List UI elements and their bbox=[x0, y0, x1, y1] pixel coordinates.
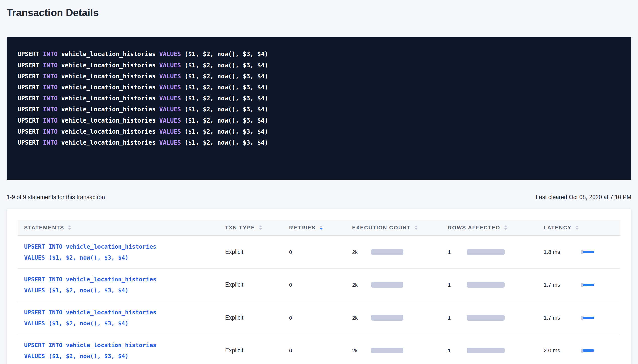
statement-line-1: UPSERT INTO vehicle_location_histories bbox=[24, 274, 156, 285]
sql-text: vehicle_location_histories bbox=[61, 73, 159, 80]
execution-count-cell: 2k bbox=[352, 249, 441, 255]
sql-text: UPSERT bbox=[18, 128, 43, 135]
sort-desc-icon[interactable] bbox=[259, 228, 262, 230]
sort-carets-icon[interactable] bbox=[320, 225, 323, 230]
sql-statement-line: UPSERT INTO vehicle_location_histories V… bbox=[18, 60, 620, 71]
sort-asc-icon[interactable] bbox=[504, 225, 507, 227]
sort-asc-icon[interactable] bbox=[259, 225, 262, 227]
sort-desc-icon[interactable] bbox=[68, 228, 71, 230]
sort-desc-icon[interactable] bbox=[504, 228, 507, 230]
sql-text: ($1, $2, now(), $3, $4) bbox=[185, 51, 268, 58]
retries-cell: 0 bbox=[283, 334, 346, 364]
sort-carets-icon[interactable] bbox=[415, 225, 418, 230]
sort-carets-icon[interactable] bbox=[259, 225, 262, 230]
table-row: UPSERT INTO vehicle_location_histories V… bbox=[18, 334, 620, 364]
column-label: ROWS AFFECTED bbox=[448, 225, 500, 231]
sql-text: UPSERT bbox=[18, 106, 43, 113]
column-label: LATENCY bbox=[544, 225, 572, 231]
sql-statement-line: UPSERT INTO vehicle_location_histories V… bbox=[18, 137, 620, 148]
sql-statement-line: UPSERT INTO vehicle_location_histories V… bbox=[18, 104, 620, 115]
sql-keyword: VALUES bbox=[159, 128, 185, 135]
txn-type-cell: Explicit bbox=[219, 301, 283, 334]
table-row: UPSERT INTO vehicle_location_histories V… bbox=[18, 301, 620, 334]
statements-table: STATEMENTS TXN TYPE RETRIES EXECUTION CO… bbox=[18, 220, 620, 364]
sort-asc-icon[interactable] bbox=[576, 225, 579, 227]
sql-statement-line: UPSERT INTO vehicle_location_histories V… bbox=[18, 115, 620, 126]
column-label: STATEMENTS bbox=[24, 225, 64, 231]
sort-asc-icon[interactable] bbox=[68, 225, 71, 227]
sql-text: vehicle_location_histories bbox=[61, 84, 159, 91]
statement-line-1: UPSERT INTO vehicle_location_histories bbox=[24, 241, 156, 252]
column-header-execution-count[interactable]: EXECUTION COUNT bbox=[346, 220, 441, 235]
latency-cell: 2.0 ms bbox=[544, 347, 620, 354]
sql-keyword: INTO bbox=[43, 84, 61, 91]
rows-affected-bar bbox=[467, 249, 505, 255]
sql-keyword: VALUES bbox=[159, 106, 185, 113]
sort-desc-icon[interactable] bbox=[576, 228, 579, 230]
txn-type-cell: Explicit bbox=[219, 235, 283, 268]
transaction-details-page: Transaction Details UPSERT INTO vehicle_… bbox=[0, 7, 638, 364]
sql-text: vehicle_location_histories bbox=[61, 128, 159, 135]
sort-carets-icon[interactable] bbox=[576, 225, 579, 230]
sql-text: vehicle_location_histories bbox=[61, 117, 159, 124]
sort-desc-icon[interactable] bbox=[415, 228, 418, 230]
sql-keyword: INTO bbox=[43, 95, 61, 102]
rows-affected-value: 1 bbox=[448, 348, 467, 354]
sort-asc-icon[interactable] bbox=[415, 225, 418, 227]
rows-affected-bar bbox=[467, 348, 505, 353]
column-header-txn-type[interactable]: TXN TYPE bbox=[219, 220, 283, 235]
sql-text: UPSERT bbox=[18, 84, 43, 91]
column-label: TXN TYPE bbox=[225, 225, 255, 231]
column-header-latency[interactable]: LATENCY bbox=[537, 220, 620, 235]
latency-value: 1.8 ms bbox=[544, 249, 581, 255]
latency-bar bbox=[583, 251, 594, 253]
table-row: UPSERT INTO vehicle_location_histories V… bbox=[18, 268, 620, 301]
execution-count-cell: 2k bbox=[352, 282, 441, 288]
retries-cell: 0 bbox=[283, 268, 346, 301]
sql-keyword: VALUES bbox=[159, 62, 185, 69]
rows-affected-value: 1 bbox=[448, 249, 467, 255]
sort-carets-icon[interactable] bbox=[504, 225, 507, 230]
column-label: RETRIES bbox=[289, 225, 316, 231]
sql-keyword: VALUES bbox=[159, 95, 185, 102]
sql-keyword: INTO bbox=[43, 73, 61, 80]
latency-cell: 1.8 ms bbox=[544, 249, 620, 255]
sql-text: vehicle_location_histories bbox=[61, 51, 159, 58]
rows-affected-cell: 1 bbox=[448, 348, 537, 354]
latency-bar-chart-icon bbox=[581, 283, 594, 287]
latency-bar bbox=[583, 317, 594, 319]
execution-count-value: 2k bbox=[352, 348, 371, 354]
execution-count-bar bbox=[371, 282, 403, 288]
column-label: EXECUTION COUNT bbox=[352, 225, 411, 231]
sql-keyword: VALUES bbox=[159, 117, 185, 124]
rows-affected-cell: 1 bbox=[448, 282, 537, 288]
statements-summary: 1-9 of 9 statements for this transaction bbox=[7, 194, 105, 201]
sql-keyword: INTO bbox=[43, 62, 61, 69]
rows-affected-value: 1 bbox=[448, 282, 467, 288]
sql-statement-line: UPSERT INTO vehicle_location_histories V… bbox=[18, 93, 620, 104]
sql-text: UPSERT bbox=[18, 62, 43, 69]
sort-carets-icon[interactable] bbox=[68, 225, 71, 230]
retries-cell: 0 bbox=[283, 235, 346, 268]
sort-asc-icon[interactable] bbox=[320, 225, 323, 227]
rows-affected-cell: 1 bbox=[448, 315, 537, 321]
execution-count-cell: 2k bbox=[352, 315, 441, 321]
latency-value: 2.0 ms bbox=[544, 347, 581, 354]
column-header-retries[interactable]: RETRIES bbox=[283, 220, 346, 235]
sort-desc-icon[interactable] bbox=[320, 228, 323, 230]
sql-statement-line: UPSERT INTO vehicle_location_histories V… bbox=[18, 71, 620, 82]
statement-line-1: UPSERT INTO vehicle_location_histories bbox=[24, 307, 156, 318]
statement-line-1: UPSERT INTO vehicle_location_histories bbox=[24, 340, 156, 351]
sql-statement-line: UPSERT INTO vehicle_location_histories V… bbox=[18, 82, 620, 93]
statement-link[interactable]: UPSERT INTO vehicle_location_histories V… bbox=[24, 307, 156, 329]
statement-link[interactable]: UPSERT INTO vehicle_location_histories V… bbox=[24, 241, 156, 263]
latency-cell: 1.7 ms bbox=[544, 282, 620, 288]
column-header-statements[interactable]: STATEMENTS bbox=[18, 220, 219, 235]
execution-count-value: 2k bbox=[352, 315, 371, 321]
last-cleared-timestamp: Last cleared Oct 08, 2020 at 7:10 PM bbox=[536, 194, 631, 201]
execution-count-bar bbox=[371, 348, 403, 353]
statement-link[interactable]: UPSERT INTO vehicle_location_histories V… bbox=[24, 274, 156, 296]
column-header-rows-affected[interactable]: ROWS AFFECTED bbox=[441, 220, 537, 235]
table-header-row: STATEMENTS TXN TYPE RETRIES EXECUTION CO… bbox=[18, 220, 620, 235]
statement-link[interactable]: UPSERT INTO vehicle_location_histories V… bbox=[24, 340, 156, 362]
